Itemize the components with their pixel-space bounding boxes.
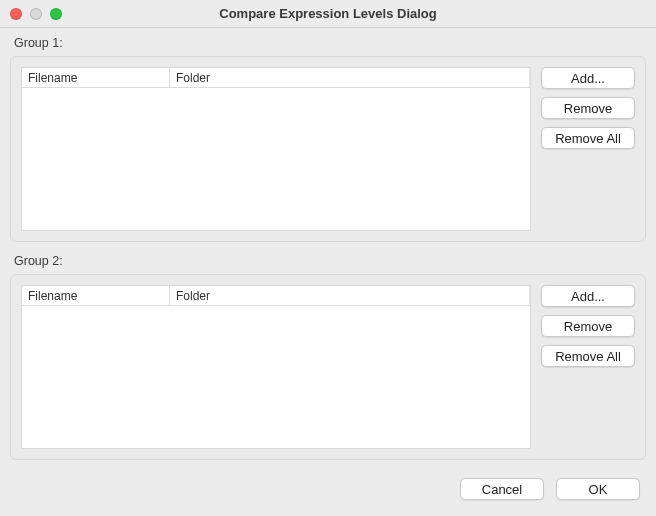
group2-buttons: Add... Remove Remove All xyxy=(541,285,635,449)
group1-add-button[interactable]: Add... xyxy=(541,67,635,89)
group2-remove-all-button[interactable]: Remove All xyxy=(541,345,635,367)
group1-label: Group 1: xyxy=(14,36,646,50)
group1-col-folder[interactable]: Folder xyxy=(170,68,530,87)
ok-button[interactable]: OK xyxy=(556,478,640,500)
group2-table-header: Filename Folder xyxy=(22,286,530,306)
group2-table[interactable]: Filename Folder xyxy=(21,285,531,449)
close-icon[interactable] xyxy=(10,8,22,20)
group2-label: Group 2: xyxy=(14,254,646,268)
group1-table[interactable]: Filename Folder xyxy=(21,67,531,231)
dialog-footer: Cancel OK xyxy=(0,472,656,512)
cancel-button[interactable]: Cancel xyxy=(460,478,544,500)
titlebar: Compare Expression Levels Dialog xyxy=(0,0,656,28)
window-title: Compare Expression Levels Dialog xyxy=(0,6,656,21)
group2-remove-button[interactable]: Remove xyxy=(541,315,635,337)
zoom-icon[interactable] xyxy=(50,8,62,20)
group1-table-header: Filename Folder xyxy=(22,68,530,88)
group2-col-folder[interactable]: Folder xyxy=(170,286,530,305)
group2-add-button[interactable]: Add... xyxy=(541,285,635,307)
group1-buttons: Add... Remove Remove All xyxy=(541,67,635,231)
group1-remove-all-button[interactable]: Remove All xyxy=(541,127,635,149)
group1-remove-button[interactable]: Remove xyxy=(541,97,635,119)
group2-col-filename[interactable]: Filename xyxy=(22,286,170,305)
traffic-lights xyxy=(10,8,62,20)
dialog-content: Group 1: Filename Folder Add... Remove R… xyxy=(0,28,656,460)
group2-panel: Filename Folder Add... Remove Remove All xyxy=(10,274,646,460)
group2-table-body[interactable] xyxy=(22,306,530,448)
group1-table-body[interactable] xyxy=(22,88,530,230)
group1-col-filename[interactable]: Filename xyxy=(22,68,170,87)
group1-panel: Filename Folder Add... Remove Remove All xyxy=(10,56,646,242)
minimize-icon xyxy=(30,8,42,20)
